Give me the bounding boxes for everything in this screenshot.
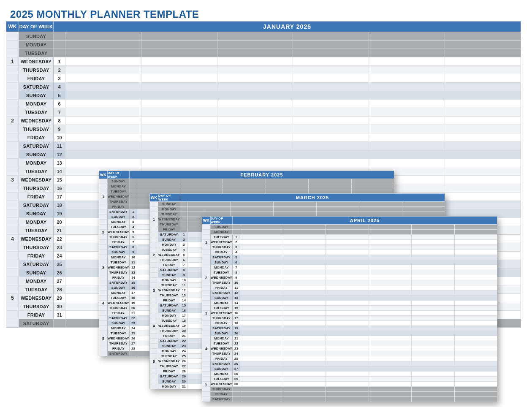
entry-slot[interactable]: [326, 225, 369, 229]
entry-slot[interactable]: [240, 311, 283, 315]
entry-slot[interactable]: [217, 91, 293, 99]
entry-slot[interactable]: [141, 159, 217, 167]
entry-slot[interactable]: [445, 57, 521, 65]
entry-slot[interactable]: [369, 280, 412, 285]
entry-slot[interactable]: [217, 57, 293, 65]
entry-slot[interactable]: [455, 255, 497, 260]
entry-slot[interactable]: [326, 346, 369, 351]
entry-slot[interactable]: [283, 225, 326, 229]
entry-slot[interactable]: [65, 91, 141, 99]
entry-slot[interactable]: [455, 321, 497, 326]
entry-slot[interactable]: [283, 351, 326, 356]
entry-slot[interactable]: [283, 397, 326, 402]
entry-slot[interactable]: [188, 207, 231, 212]
entry-slot[interactable]: [369, 387, 412, 391]
entry-slot[interactable]: [445, 91, 521, 99]
entry-slot[interactable]: [326, 265, 369, 270]
entry-slot[interactable]: [188, 202, 231, 206]
entry-slot[interactable]: [65, 133, 141, 141]
entry-slot[interactable]: [412, 321, 455, 326]
entry-slot[interactable]: [240, 377, 283, 381]
entry-slot[interactable]: [445, 142, 521, 150]
entry-slot[interactable]: [283, 326, 326, 331]
entry-slot[interactable]: [283, 270, 326, 275]
entry-slot[interactable]: [445, 150, 521, 158]
entry-slot[interactable]: [283, 275, 326, 280]
entry-slot[interactable]: [217, 125, 293, 133]
entry-slot[interactable]: [369, 270, 412, 275]
entry-slot[interactable]: [293, 150, 369, 158]
entry-slot[interactable]: [283, 245, 326, 250]
entry-slot[interactable]: [266, 179, 309, 184]
entry-slot[interactable]: [352, 179, 394, 184]
entry-slot[interactable]: [369, 230, 412, 234]
entry-slot[interactable]: [369, 255, 412, 260]
entry-slot[interactable]: [412, 260, 455, 265]
entry-slot[interactable]: [369, 321, 412, 326]
entry-slot[interactable]: [283, 366, 326, 371]
entry-slot[interactable]: [240, 230, 283, 234]
entry-slot[interactable]: [217, 133, 293, 141]
entry-slot[interactable]: [369, 260, 412, 265]
entry-slot[interactable]: [65, 142, 141, 150]
entry-slot[interactable]: [141, 41, 217, 49]
entry-slot[interactable]: [455, 275, 497, 280]
entry-slot[interactable]: [293, 100, 369, 108]
entry-slot[interactable]: [65, 49, 141, 57]
entry-slot[interactable]: [65, 117, 141, 125]
entry-slot[interactable]: [369, 392, 412, 396]
entry-slot[interactable]: [455, 372, 497, 376]
entry-slot[interactable]: [412, 387, 455, 391]
entry-slot[interactable]: [283, 336, 326, 341]
entry-slot[interactable]: [217, 49, 293, 57]
entry-slot[interactable]: [369, 240, 412, 244]
entry-slot[interactable]: [326, 270, 369, 275]
entry-slot[interactable]: [455, 387, 497, 391]
entry-slot[interactable]: [141, 83, 217, 91]
entry-slot[interactable]: [455, 311, 497, 315]
entry-slot[interactable]: [455, 316, 497, 320]
entry-slot[interactable]: [326, 260, 369, 265]
entry-slot[interactable]: [455, 235, 497, 239]
entry-slot[interactable]: [217, 83, 293, 91]
entry-slot[interactable]: [326, 326, 369, 331]
entry-slot[interactable]: [240, 326, 283, 331]
entry-slot[interactable]: [274, 207, 317, 212]
entry-slot[interactable]: [445, 133, 521, 141]
entry-slot[interactable]: [326, 341, 369, 346]
entry-slot[interactable]: [369, 346, 412, 351]
entry-slot[interactable]: [240, 250, 283, 255]
entry-slot[interactable]: [412, 356, 455, 361]
entry-slot[interactable]: [412, 346, 455, 351]
entry-slot[interactable]: [283, 255, 326, 260]
entry-slot[interactable]: [317, 207, 360, 212]
entry-slot[interactable]: [283, 356, 326, 361]
entry-slot[interactable]: [455, 392, 497, 396]
entry-slot[interactable]: [217, 100, 293, 108]
entry-slot[interactable]: [455, 265, 497, 270]
entry-slot[interactable]: [137, 184, 180, 189]
entry-slot[interactable]: [445, 83, 521, 91]
entry-slot[interactable]: [141, 108, 217, 116]
entry-slot[interactable]: [240, 296, 283, 300]
entry-slot[interactable]: [412, 230, 455, 234]
entry-slot[interactable]: [240, 341, 283, 346]
entry-slot[interactable]: [455, 250, 497, 255]
entry-slot[interactable]: [65, 125, 141, 133]
entry-slot[interactable]: [240, 321, 283, 326]
entry-slot[interactable]: [455, 240, 497, 244]
entry-slot[interactable]: [369, 361, 412, 366]
entry-slot[interactable]: [455, 230, 497, 234]
entry-slot[interactable]: [141, 66, 217, 74]
entry-slot[interactable]: [293, 49, 369, 57]
entry-slot[interactable]: [455, 366, 497, 371]
entry-slot[interactable]: [326, 321, 369, 326]
entry-slot[interactable]: [455, 270, 497, 275]
entry-slot[interactable]: [412, 280, 455, 285]
entry-slot[interactable]: [65, 108, 141, 116]
entry-slot[interactable]: [326, 377, 369, 381]
entry-slot[interactable]: [369, 57, 445, 65]
entry-slot[interactable]: [217, 142, 293, 150]
entry-slot[interactable]: [326, 316, 369, 320]
entry-slot[interactable]: [412, 397, 455, 402]
